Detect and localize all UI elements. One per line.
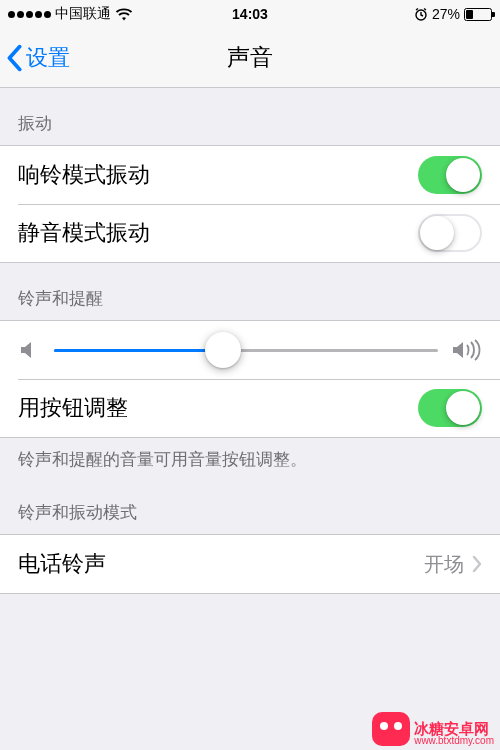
chevron-right-icon — [472, 555, 482, 573]
cell-label: 静音模式振动 — [18, 218, 418, 248]
watermark: 冰糖安卓网 www.btxtdmy.com — [372, 712, 494, 746]
chevron-left-icon — [6, 44, 22, 72]
cell-label: 电话铃声 — [18, 549, 424, 579]
cell-label: 响铃模式振动 — [18, 160, 418, 190]
cell-silent-vibrate: 静音模式振动 — [0, 204, 500, 262]
volume-high-icon — [452, 339, 482, 361]
volume-slider[interactable] — [54, 349, 438, 352]
watermark-url: www.btxtdmy.com — [414, 736, 494, 746]
status-left: 中国联通 — [8, 5, 169, 23]
page-title: 声音 — [0, 42, 500, 73]
section-header-patterns: 铃声和振动模式 — [0, 477, 500, 534]
cell-group-patterns: 电话铃声 开场 — [0, 534, 500, 594]
section-header-vibrate: 振动 — [0, 88, 500, 145]
section-header-ringer: 铃声和提醒 — [0, 263, 500, 320]
cell-value: 开场 — [424, 551, 464, 578]
toggle-change-with-buttons[interactable] — [418, 389, 482, 427]
cell-change-with-buttons: 用按钮调整 — [0, 379, 500, 437]
watermark-logo-icon — [372, 712, 410, 746]
cell-ringtone[interactable]: 电话铃声 开场 — [0, 535, 500, 593]
toggle-silent-vibrate[interactable] — [418, 214, 482, 252]
status-right: 27% — [331, 6, 492, 22]
cell-label: 用按钮调整 — [18, 393, 418, 423]
section-footer-ringer: 铃声和提醒的音量可用音量按钮调整。 — [0, 438, 500, 477]
nav-bar: 设置 声音 — [0, 28, 500, 88]
battery-pct-label: 27% — [432, 6, 460, 22]
toggle-ring-vibrate[interactable] — [418, 156, 482, 194]
cell-group-ringer: 用按钮调整 — [0, 320, 500, 438]
status-time: 14:03 — [169, 6, 330, 22]
battery-icon — [464, 8, 492, 21]
back-button[interactable]: 设置 — [0, 43, 70, 73]
signal-strength-icon — [8, 11, 51, 18]
carrier-label: 中国联通 — [55, 5, 111, 23]
cell-group-vibrate: 响铃模式振动 静音模式振动 — [0, 145, 500, 263]
alarm-icon — [414, 7, 428, 21]
slider-thumb[interactable] — [205, 332, 241, 368]
back-label: 设置 — [26, 43, 70, 73]
wifi-icon — [115, 7, 133, 21]
volume-low-icon — [18, 339, 40, 361]
cell-ring-vibrate: 响铃模式振动 — [0, 146, 500, 204]
watermark-name: 冰糖安卓网 — [414, 721, 494, 736]
cell-volume-slider — [0, 321, 500, 379]
status-bar: 中国联通 14:03 27% — [0, 0, 500, 28]
